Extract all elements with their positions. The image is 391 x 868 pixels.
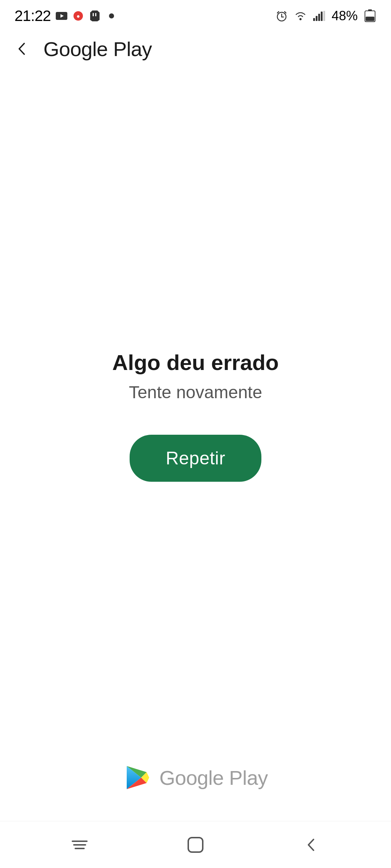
- app-bar-title: Google Play: [43, 37, 152, 61]
- signal-icon: [313, 9, 326, 22]
- svg-rect-18: [318, 14, 320, 21]
- retry-button[interactable]: Repetir: [130, 435, 262, 482]
- svg-rect-8: [93, 13, 94, 16]
- svg-marker-7: [90, 10, 100, 21]
- svg-point-15: [299, 18, 302, 20]
- svg-rect-17: [316, 16, 318, 21]
- error-title: Algo deu errado: [112, 350, 279, 375]
- svg-line-14: [285, 12, 286, 13]
- notification-dot-icon: [105, 9, 118, 22]
- status-time: 21:22: [14, 7, 51, 25]
- svg-rect-9: [95, 13, 96, 16]
- error-subtitle: Tente novamente: [129, 382, 262, 402]
- battery-icon: [363, 9, 377, 22]
- nav-back-button[interactable]: [293, 830, 329, 859]
- twitch-icon: [88, 9, 101, 22]
- status-bar: 21:22 ●: [0, 0, 391, 29]
- google-play-logo-icon: [123, 763, 152, 792]
- app-bar: Google Play: [0, 29, 391, 69]
- svg-rect-22: [368, 9, 372, 11]
- main-content: Algo deu errado Tente novamente Repetir: [0, 69, 391, 763]
- svg-rect-23: [366, 17, 374, 21]
- google-play-footer-text: Google Play: [159, 766, 268, 790]
- svg-rect-27: [188, 838, 203, 852]
- svg-rect-16: [313, 18, 315, 21]
- error-section: Algo deu errado Tente novamente: [112, 350, 279, 402]
- status-right: 48%: [275, 8, 377, 24]
- status-icons-left: ●: [55, 9, 118, 22]
- status-left: 21:22 ●: [14, 7, 118, 25]
- svg-line-13: [277, 12, 279, 13]
- nav-bar: [0, 821, 391, 868]
- svg-rect-19: [321, 12, 323, 21]
- alarm-icon: [275, 9, 288, 22]
- svg-rect-20: [323, 11, 325, 21]
- google-play-branding: Google Play: [123, 763, 268, 792]
- back-button[interactable]: [11, 38, 33, 60]
- youtube-icon: [55, 9, 68, 22]
- svg-text:●: ●: [76, 13, 80, 19]
- recents-button[interactable]: [62, 830, 98, 859]
- red-dot-icon: ●: [72, 9, 85, 22]
- footer: Google Play: [0, 763, 391, 821]
- home-button[interactable]: [177, 830, 214, 859]
- wifi-icon: [294, 9, 307, 22]
- battery-percent: 48%: [332, 8, 358, 24]
